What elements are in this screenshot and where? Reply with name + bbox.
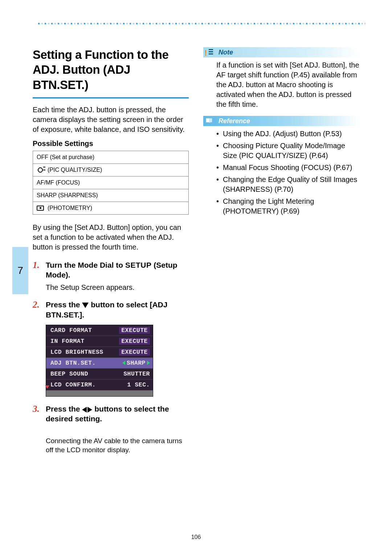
intro-paragraph: Each time the ADJ. button is pressed, th… <box>33 105 189 134</box>
chevron-left-icon <box>122 361 125 365</box>
settings-row-text: (PHOTOMETRY) <box>48 205 92 211</box>
lcd-row-label: BEEP SOUND <box>50 370 88 377</box>
reference-callout-header: Reference <box>203 116 359 126</box>
settings-row: OFF (Set at purchase) <box>33 151 189 163</box>
quality-icon <box>37 167 44 173</box>
lcd-row: IN FORMATEXECUTE <box>46 336 153 347</box>
lcd-row-value: EXECUTE <box>119 349 150 356</box>
settings-row: (PHOTOMETRY) <box>33 202 189 214</box>
settings-row-text: OFF (Set at purchase) <box>37 154 94 161</box>
settings-row: (PIC QUALITY/SIZE) <box>33 163 189 176</box>
chapter-tab: 7 <box>12 247 28 294</box>
page-number: 106 <box>0 534 392 540</box>
reference-item: Changing the Edge Quality of Still Image… <box>216 175 359 194</box>
lcd-row-value: SHARP <box>127 360 146 366</box>
note-callout-header: ! Note <box>203 47 359 57</box>
reference-body: Using the ADJ. (Adjust) Button (P.53)Cho… <box>203 129 359 225</box>
lcd-row-value: EXECUTE <box>119 327 150 334</box>
lcd-row: CARD FORMATEXECUTE <box>46 325 153 336</box>
lcd-row: BEEP SOUNDSHUTTER <box>46 369 153 380</box>
settings-row-text: (PIC QUALITY/SIZE) <box>48 167 102 173</box>
reference-item: Choosing Picture Quality Mode/Image Size… <box>216 141 359 161</box>
triangle-down-icon <box>82 303 89 308</box>
footnote: Connecting the AV cable to the camera tu… <box>46 436 189 455</box>
steps-list: 1.Turn the Mode Dial to SETUP (Setup Mod… <box>33 260 189 424</box>
settings-row-text: SHARP (SHARPNESS) <box>37 192 98 199</box>
reference-icon <box>203 115 215 127</box>
lcd-row-label: IN FORMAT <box>50 338 85 345</box>
left-column: Setting a Function to the ADJ. Button (A… <box>33 47 189 455</box>
title-rule <box>33 97 189 98</box>
right-column: ! Note If a function is set with [Set AD… <box>203 47 359 455</box>
possible-settings-heading: Possible Settings <box>33 139 189 148</box>
photometry-icon <box>37 206 44 211</box>
reference-item: Changing the Light Metering (PHOTOMETRY)… <box>216 197 359 216</box>
setup-icon: SETUP <box>125 260 152 270</box>
reference-item: Manual Focus Shooting (FOCUS) (P.67) <box>216 163 359 173</box>
step: 3.Press the buttons to select the desire… <box>33 404 189 424</box>
step: 1.Turn the Mode Dial to SETUP (Setup Mod… <box>33 260 189 293</box>
reference-label: Reference <box>219 117 250 125</box>
step-title: Press the buttons to select the desired … <box>46 404 189 424</box>
chevron-right-icon <box>147 361 150 365</box>
manual-page: 7 Setting a Function to the ADJ. Button … <box>0 0 392 555</box>
possible-settings-table: OFF (Set at purchase)(PIC QUALITY/SIZE)A… <box>33 151 189 215</box>
lcd-row-value: EXECUTE <box>119 338 150 345</box>
reference-item: Using the ADJ. (Adjust) Button (P.53) <box>216 129 359 139</box>
lcd-row-label: CARD FORMAT <box>50 327 92 334</box>
page-title: Setting a Function to the ADJ. Button (A… <box>33 47 189 92</box>
settings-row: AF/MF (FOCUS) <box>33 176 189 189</box>
lcd-row: LCD BRIGHTNESSEXECUTE <box>46 347 153 358</box>
step-number: 3. <box>33 404 42 424</box>
lcd-row-value: SHUTTER <box>123 370 150 377</box>
after-table-paragraph: By using the [Set ADJ. Button] option, y… <box>33 223 189 252</box>
lcd-row-label: ADJ BTN.SET. <box>50 360 96 366</box>
note-label: Note <box>219 49 233 56</box>
step: 2.Press the button to select [ADJ BTN.SE… <box>33 300 189 397</box>
lcd-row-value: 1 SEC. <box>127 381 150 388</box>
lcd-screenshot: CARD FORMATEXECUTEIN FORMATEXECUTELCD BR… <box>46 325 153 397</box>
lcd-row: LCD CONFIRM.1 SEC. <box>46 380 153 390</box>
note-icon: ! <box>203 46 215 58</box>
lcd-footer <box>46 390 153 396</box>
step-title: Turn the Mode Dial to SETUP (Setup Mode)… <box>46 260 189 280</box>
settings-row: SHARP (SHARPNESS) <box>33 189 189 202</box>
settings-row-text: AF/MF (FOCUS) <box>37 179 80 186</box>
lcd-row-label: LCD CONFIRM. <box>50 381 96 388</box>
triangle-left-right-icon <box>82 407 92 412</box>
step-body: The Setup Screen appears. <box>46 283 189 292</box>
step-number: 1. <box>33 260 42 280</box>
step-number: 2. <box>33 300 42 320</box>
ornament-divider <box>36 21 365 28</box>
lcd-row-label: LCD BRIGHTNESS <box>50 349 103 356</box>
step-title: Press the button to select [ADJ BTN.SET.… <box>46 300 189 320</box>
note-body: If a function is set with [Set ADJ. Butt… <box>203 60 359 116</box>
lcd-row: ADJ BTN.SET.SHARP <box>46 358 153 369</box>
